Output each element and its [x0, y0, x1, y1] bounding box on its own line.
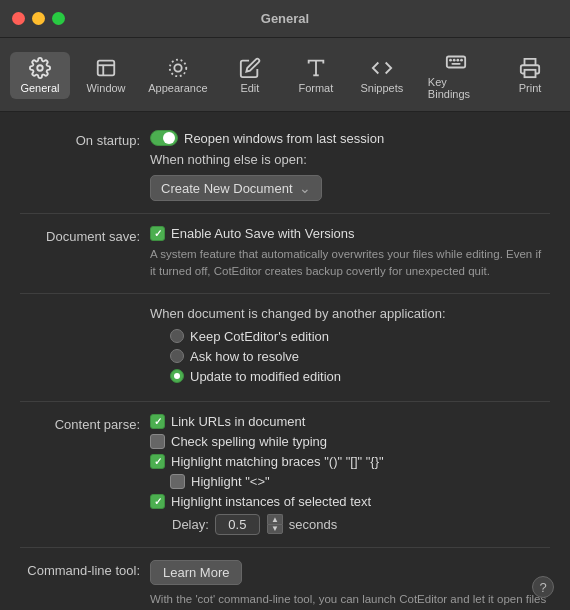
match-braces-label[interactable]: Highlight matching braces "()" "[]" "{}"	[150, 454, 384, 469]
appearance-icon	[167, 57, 189, 79]
svg-rect-1	[98, 61, 115, 76]
spell-check-text: Check spelling while typing	[171, 434, 327, 449]
match-braces-text: Highlight matching braces "()" "[]" "{}"	[171, 454, 384, 469]
titlebar: General	[0, 0, 570, 38]
radio-ask-text: Ask how to resolve	[190, 349, 299, 364]
radio-keep-text: Keep CotEditor's edition	[190, 329, 329, 344]
highlight-angle-row: Highlight "<>"	[170, 474, 550, 489]
svg-point-4	[174, 64, 181, 71]
content-parse-label: Content parse:	[20, 414, 150, 435]
link-urls-checkbox[interactable]	[150, 414, 165, 429]
highlight-angle-text: Highlight "<>"	[191, 474, 270, 489]
stepper-down[interactable]: ▼	[267, 524, 283, 534]
sep1	[20, 213, 550, 214]
link-urls-label[interactable]: Link URLs in document	[150, 414, 305, 429]
spell-check-label[interactable]: Check spelling while typing	[150, 434, 327, 449]
tab-appearance-label: Appearance	[148, 82, 207, 94]
radio-ask-row: Ask how to resolve	[170, 349, 550, 364]
tab-window-label: Window	[86, 82, 125, 94]
sep4	[20, 547, 550, 548]
when-changed-empty	[20, 306, 150, 307]
svg-point-0	[37, 65, 43, 71]
tab-format-label: Format	[298, 82, 333, 94]
autosave-label[interactable]: Enable Auto Save with Versions	[150, 226, 355, 241]
document-save-row: Document save: Enable Auto Save with Ver…	[20, 226, 550, 281]
highlight-selected-row: Highlight instances of selected text	[150, 494, 550, 509]
snippets-icon	[371, 57, 393, 79]
tab-window[interactable]: Window	[76, 52, 136, 99]
startup-label: On startup:	[20, 130, 150, 151]
radio-keep-label[interactable]: Keep CotEditor's edition	[170, 329, 329, 344]
reopen-row: Reopen windows from last session	[150, 130, 550, 146]
tab-format[interactable]: Format	[286, 52, 346, 99]
radio-keep[interactable]	[170, 329, 184, 343]
link-urls-row: Link URLs in document	[150, 414, 550, 429]
help-button[interactable]: ?	[532, 576, 554, 598]
delay-label: Delay:	[172, 517, 209, 532]
tab-keybindings[interactable]: Key Bindings	[418, 46, 494, 105]
content-parse-row: Content parse: Link URLs in document Che…	[20, 414, 550, 535]
startup-controls: Reopen windows from last session When no…	[150, 130, 550, 201]
radio-update-label[interactable]: Update to modified edition	[170, 369, 341, 384]
edit-icon	[239, 57, 261, 79]
radio-ask-label[interactable]: Ask how to resolve	[170, 349, 299, 364]
tab-edit[interactable]: Edit	[220, 52, 280, 99]
delay-input[interactable]	[215, 514, 260, 535]
svg-rect-12	[525, 70, 536, 77]
nothing-open-label: When nothing else is open:	[150, 152, 550, 167]
learn-more-button[interactable]: Learn More	[150, 560, 242, 585]
command-line-row: Command-line tool: Learn More With the '…	[20, 560, 550, 611]
radio-update-row: Update to modified edition	[170, 369, 550, 384]
maximize-button[interactable]	[52, 12, 65, 25]
highlight-selected-text: Highlight instances of selected text	[171, 494, 371, 509]
toolbar: General Window Appearance Edit Format	[0, 38, 570, 112]
settings-content: On startup: Reopen windows from last ses…	[0, 112, 570, 610]
tab-print[interactable]: Print	[500, 52, 560, 99]
startup-row: On startup: Reopen windows from last ses…	[20, 130, 550, 201]
svg-point-5	[170, 60, 187, 77]
radio-keep-row: Keep CotEditor's edition	[170, 329, 550, 344]
led-knob	[163, 132, 175, 144]
delay-stepper: ▲ ▼	[267, 514, 283, 534]
tab-keybindings-label: Key Bindings	[428, 76, 484, 100]
command-line-label: Command-line tool:	[20, 560, 150, 581]
spell-check-row: Check spelling while typing	[150, 434, 550, 449]
highlight-angle-checkbox[interactable]	[170, 474, 185, 489]
match-braces-checkbox[interactable]	[150, 454, 165, 469]
sep3	[20, 401, 550, 402]
reopen-label[interactable]: Reopen windows from last session	[150, 130, 384, 146]
spell-check-checkbox[interactable]	[150, 434, 165, 449]
highlight-angle-label[interactable]: Highlight "<>"	[170, 474, 270, 489]
document-save-label: Document save:	[20, 226, 150, 247]
highlight-selected-label[interactable]: Highlight instances of selected text	[150, 494, 371, 509]
tab-edit-label: Edit	[240, 82, 259, 94]
tab-snippets-label: Snippets	[360, 82, 403, 94]
radio-update[interactable]	[170, 369, 184, 383]
radio-update-text: Update to modified edition	[190, 369, 341, 384]
window-title: General	[261, 11, 309, 26]
radio-ask[interactable]	[170, 349, 184, 363]
window-icon	[95, 57, 117, 79]
autosave-checkbox[interactable]	[150, 226, 165, 241]
tab-general[interactable]: General	[10, 52, 70, 99]
highlight-selected-checkbox[interactable]	[150, 494, 165, 509]
when-changed-controls: When document is changed by another appl…	[150, 306, 550, 389]
minimize-button[interactable]	[32, 12, 45, 25]
reopen-text: Reopen windows from last session	[184, 131, 384, 146]
when-changed-row: When document is changed by another appl…	[20, 306, 550, 389]
svg-rect-6	[447, 57, 465, 68]
reopen-toggle[interactable]	[150, 130, 178, 146]
command-line-controls: Learn More With the 'cot' command-line t…	[150, 560, 550, 611]
tab-appearance[interactable]: Appearance	[142, 52, 214, 99]
command-line-description: With the 'cot' command-line tool, you ca…	[150, 591, 550, 611]
when-changed-label: When document is changed by another appl…	[150, 306, 550, 321]
format-icon	[305, 57, 327, 79]
close-button[interactable]	[12, 12, 25, 25]
create-document-dropdown[interactable]: Create New Document	[150, 175, 322, 201]
tab-print-label: Print	[519, 82, 542, 94]
content-parse-controls: Link URLs in document Check spelling whi…	[150, 414, 550, 535]
tab-general-label: General	[20, 82, 59, 94]
stepper-up[interactable]: ▲	[267, 514, 283, 524]
delay-row: Delay: ▲ ▼ seconds	[172, 514, 550, 535]
tab-snippets[interactable]: Snippets	[352, 52, 412, 99]
